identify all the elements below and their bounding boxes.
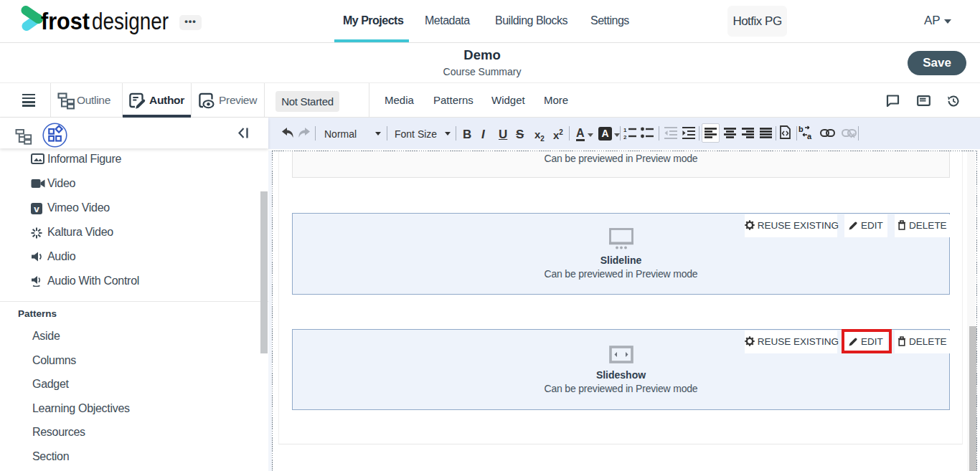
svg-text:2: 2: [623, 134, 627, 140]
svg-text:designer: designer: [92, 8, 169, 34]
svg-text:b: b: [798, 125, 804, 133]
svg-text:frost: frost: [41, 8, 90, 34]
svg-text:a: a: [807, 132, 812, 140]
svg-text:v: v: [34, 204, 39, 214]
svg-text:1: 1: [623, 127, 627, 133]
